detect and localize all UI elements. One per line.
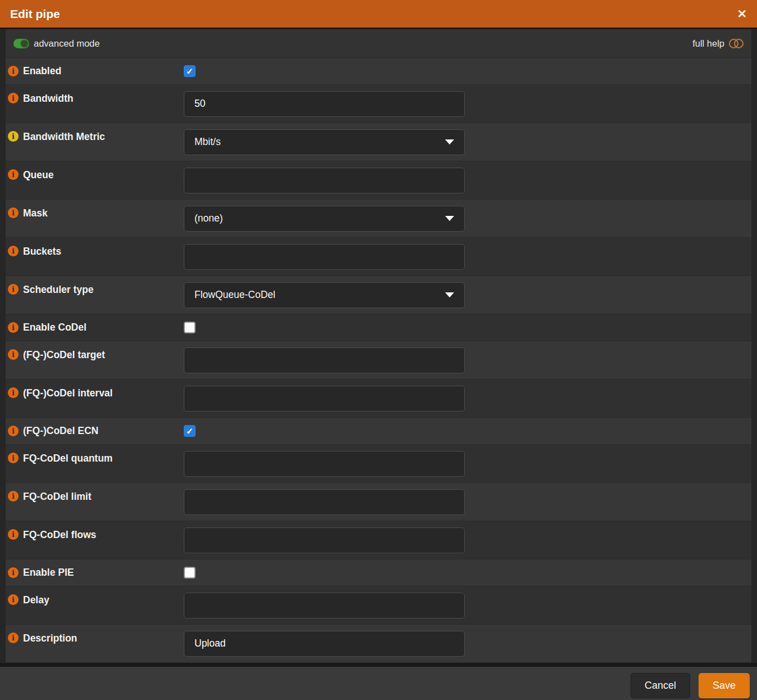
info-icon[interactable]: i xyxy=(8,93,19,103)
toggle-on-icon[interactable] xyxy=(13,39,29,48)
advanced-mode-toggle[interactable]: advanced mode xyxy=(13,38,99,49)
delay-input[interactable] xyxy=(184,593,465,618)
modal-header: Edit pipe ✕ xyxy=(0,0,757,29)
advanced-mode-label: advanced mode xyxy=(34,38,99,49)
fq-codel-limit-input[interactable] xyxy=(184,489,465,515)
full-help-toggle[interactable]: full help xyxy=(692,38,744,49)
form-row-scheduler-type: i Scheduler type FlowQueue-CoDel xyxy=(6,276,751,314)
field-label: FQ-CoDel limit xyxy=(23,491,92,503)
mask-select[interactable]: (none) xyxy=(184,206,465,232)
chevron-down-icon xyxy=(445,292,454,297)
buckets-input[interactable] xyxy=(184,244,465,270)
form-row-enabled: i Enabled ✓ xyxy=(6,58,751,85)
page-title: Edit pipe xyxy=(10,7,60,21)
scheduler-type-select[interactable]: FlowQueue-CoDel xyxy=(184,282,465,308)
info-icon[interactable]: i xyxy=(8,322,19,333)
help-bar: advanced mode full help xyxy=(6,29,751,58)
form-row-description: i Description xyxy=(6,625,751,663)
info-icon[interactable]: i xyxy=(8,633,19,643)
info-icon[interactable]: i xyxy=(8,169,19,180)
fq-codel-ecn-checkbox[interactable]: ✓ xyxy=(184,425,196,437)
enable-pie-checkbox[interactable] xyxy=(184,567,196,579)
form-row-enable-codel: i Enable CoDel xyxy=(6,314,751,341)
enable-codel-checkbox[interactable] xyxy=(184,322,196,333)
info-icon[interactable]: i xyxy=(8,284,19,295)
field-label: (FQ-)CoDel ECN xyxy=(23,425,98,437)
footer-divider xyxy=(0,663,757,667)
info-icon[interactable]: i xyxy=(8,349,19,360)
form-row-buckets: i Buckets xyxy=(6,238,751,276)
close-icon[interactable]: ✕ xyxy=(737,8,747,20)
chevron-down-icon xyxy=(445,216,454,221)
form-row-delay: i Delay xyxy=(6,586,751,625)
info-icon[interactable]: i xyxy=(8,246,19,256)
form-row-fq-codel-target: i (FQ-)CoDel target xyxy=(6,341,751,380)
field-label: Buckets xyxy=(23,246,61,258)
info-icon[interactable]: i xyxy=(8,594,19,605)
fq-codel-target-input[interactable] xyxy=(184,347,465,373)
fq-codel-interval-input[interactable] xyxy=(184,386,465,412)
form-row-bandwidth-metric: i Bandwidth Metric Mbit/s xyxy=(6,123,751,161)
info-icon[interactable]: i xyxy=(8,567,19,578)
field-label: (FQ-)CoDel interval xyxy=(23,387,112,399)
queue-input[interactable] xyxy=(184,168,465,193)
field-label: (FQ-)CoDel target xyxy=(23,349,105,361)
field-label: Mask xyxy=(23,207,48,219)
form-row-fq-codel-flows: i FQ-CoDel flows xyxy=(6,521,751,559)
form-row-enable-pie: i Enable PIE xyxy=(6,559,751,586)
save-button[interactable]: Save xyxy=(699,673,750,698)
modal-body: advanced mode full help i Enabled ✓ i Ba… xyxy=(0,29,757,663)
selected-value: (none) xyxy=(194,213,223,224)
form-row-mask: i Mask (none) xyxy=(6,200,751,238)
info-icon[interactable]: i xyxy=(8,529,19,540)
field-label: Queue xyxy=(23,169,53,181)
form-row-queue: i Queue xyxy=(6,161,751,200)
form-row-fq-codel-interval: i (FQ-)CoDel interval xyxy=(6,380,751,418)
form-row-fq-codel-ecn: i (FQ-)CoDel ECN ✓ xyxy=(6,418,751,445)
bandwidth-input[interactable] xyxy=(184,91,465,117)
fq-codel-quantum-input[interactable] xyxy=(184,451,465,477)
field-label: Enable CoDel xyxy=(23,322,87,333)
info-icon[interactable]: i xyxy=(8,131,19,142)
info-icon[interactable]: i xyxy=(8,453,19,463)
info-icon[interactable]: i xyxy=(8,387,19,398)
form-row-fq-codel-quantum: i FQ-CoDel quantum xyxy=(6,445,751,483)
description-input[interactable] xyxy=(184,631,465,657)
fq-codel-flows-input[interactable] xyxy=(184,527,465,553)
field-label: Scheduler type xyxy=(23,284,93,296)
toggle-off-icon[interactable] xyxy=(729,39,744,48)
field-label: Enable PIE xyxy=(23,567,74,579)
cancel-button[interactable]: Cancel xyxy=(631,673,690,698)
chevron-down-icon xyxy=(445,139,454,144)
field-label: Enabled xyxy=(23,65,61,77)
form-row-fq-codel-limit: i FQ-CoDel limit xyxy=(6,483,751,521)
field-label: Description xyxy=(23,633,77,644)
selected-value: Mbit/s xyxy=(194,136,221,148)
field-label: Bandwidth xyxy=(23,93,73,105)
info-icon[interactable]: i xyxy=(8,426,19,436)
selected-value: FlowQueue-CoDel xyxy=(194,289,275,301)
info-icon[interactable]: i xyxy=(8,491,19,502)
info-icon[interactable]: i xyxy=(8,207,19,218)
modal-footer: Cancel Save xyxy=(0,667,757,700)
form-table: i Enabled ✓ i Bandwidth i Bandwidth Metr… xyxy=(6,58,751,663)
bandwidth-metric-select[interactable]: Mbit/s xyxy=(184,129,465,155)
field-label: FQ-CoDel flows xyxy=(23,529,96,541)
field-label: Delay xyxy=(23,594,49,606)
info-icon[interactable]: i xyxy=(8,66,19,76)
field-label: FQ-CoDel quantum xyxy=(23,453,112,464)
form-row-bandwidth: i Bandwidth xyxy=(6,85,751,123)
enabled-checkbox[interactable]: ✓ xyxy=(184,65,196,77)
field-label: Bandwidth Metric xyxy=(23,131,105,143)
full-help-label: full help xyxy=(692,38,724,49)
